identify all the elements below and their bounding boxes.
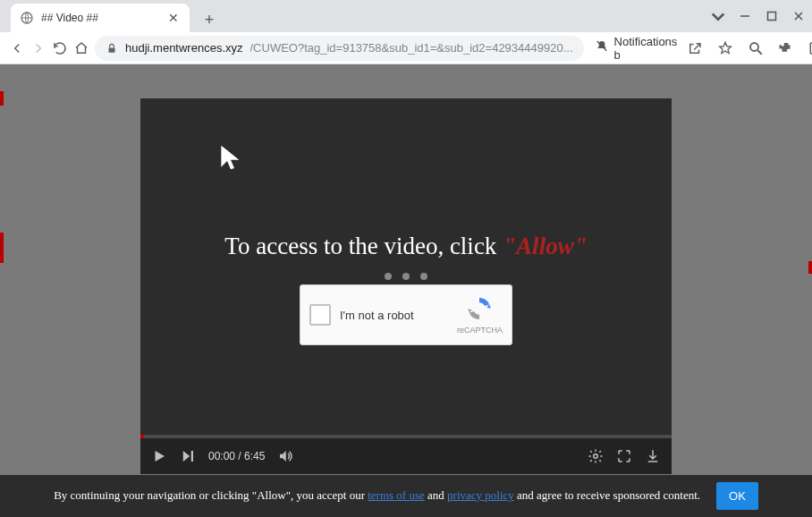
fullscreen-button[interactable]: [616, 448, 632, 464]
extensions-icon[interactable]: [774, 36, 799, 61]
cursor-arrow-graphic: [216, 143, 245, 175]
download-button[interactable]: [645, 448, 661, 464]
lock-icon: [106, 42, 118, 55]
notification-chip-label: Notifications b: [614, 35, 678, 62]
right-accent-strip: [808, 261, 812, 274]
close-window-button[interactable]: [785, 0, 812, 32]
svg-line-6: [758, 50, 763, 55]
url-path: /CUWEO?tag_id=913758&sub_id1=&sub_id2=42…: [250, 41, 573, 55]
toolbar-right: [682, 36, 812, 61]
address-bar[interactable]: hudji.mentwrences.xyz/CUWEO?tag_id=91375…: [95, 36, 584, 61]
minimize-button[interactable]: [732, 0, 758, 32]
recaptcha-logo: reCAPTCHA: [457, 295, 503, 335]
maximize-button[interactable]: [758, 0, 785, 32]
loading-dots: [385, 273, 427, 280]
tabs-dropdown-icon[interactable]: [705, 3, 732, 30]
blocked-bell-icon: [595, 39, 609, 56]
titlebar: ## Video ## ✕ +: [0, 0, 812, 32]
consent-text: By continuing your navigation or clickin…: [54, 487, 700, 504]
svg-point-5: [750, 43, 758, 51]
share-icon[interactable]: [682, 36, 707, 61]
consent-ok-button[interactable]: OK: [716, 482, 758, 510]
home-button[interactable]: [73, 36, 89, 61]
video-player-frame: To access to the video, click "Allow" I'…: [140, 98, 672, 474]
url-domain: hudji.mentwrences.xyz: [125, 41, 243, 55]
close-tab-icon[interactable]: ✕: [166, 11, 181, 25]
instruction-text: To access to the video, click "Allow": [140, 233, 672, 260]
privacy-link[interactable]: privacy policy: [447, 488, 514, 502]
reload-button[interactable]: [52, 36, 68, 61]
settings-button[interactable]: [588, 448, 604, 464]
new-tab-button[interactable]: +: [197, 7, 222, 32]
video-controls: 00:00 / 6:45: [140, 438, 672, 474]
svg-rect-2: [768, 13, 776, 21]
consent-bar: By continuing your navigation or clickin…: [0, 475, 812, 517]
toolbar: hudji.mentwrences.xyz/CUWEO?tag_id=91375…: [0, 32, 812, 64]
recaptcha-caption: reCAPTCHA: [457, 326, 503, 335]
tab-title: ## Video ##: [41, 12, 159, 24]
volume-button[interactable]: [277, 448, 293, 464]
side-panel-icon[interactable]: [804, 36, 812, 61]
play-button[interactable]: [151, 448, 167, 464]
back-button[interactable]: [9, 36, 25, 61]
window-controls: [705, 0, 812, 32]
next-button[interactable]: [180, 448, 196, 464]
svg-rect-3: [109, 47, 115, 52]
instruction-allow-word: "Allow": [503, 233, 588, 259]
instruction-main: To access to the video, click: [224, 233, 503, 259]
recaptcha-box[interactable]: I'm not a robot reCAPTCHA: [300, 284, 512, 345]
bookmark-star-icon[interactable]: [713, 36, 738, 61]
notification-chip[interactable]: Notifications b: [595, 35, 678, 62]
terms-link[interactable]: terms of use: [368, 488, 425, 502]
browser-tab[interactable]: ## Video ## ✕: [11, 4, 190, 32]
search-icon[interactable]: [743, 36, 768, 61]
left-accent-strip: [0, 64, 4, 517]
recaptcha-label: I'm not a robot: [340, 309, 448, 322]
forward-button[interactable]: [30, 36, 47, 61]
recaptcha-checkbox[interactable]: [309, 304, 331, 326]
time-display: 00:00 / 6:45: [208, 450, 265, 462]
page-content: To access to the video, click "Allow" I'…: [0, 64, 812, 517]
svg-point-13: [594, 454, 598, 459]
video-progress-bar[interactable]: [140, 435, 672, 438]
globe-icon: [20, 11, 34, 25]
